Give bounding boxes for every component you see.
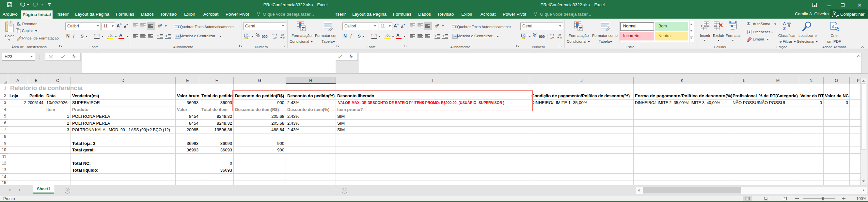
svg-text:,0: ,0 [282, 36, 284, 39]
svg-text:Z: Z [783, 26, 786, 31]
svg-text:,0: ,0 [559, 36, 561, 39]
svg-text:,00: ,00 [273, 36, 277, 39]
svg-text:A: A [783, 22, 786, 26]
svg-text:,00: ,00 [550, 36, 554, 39]
